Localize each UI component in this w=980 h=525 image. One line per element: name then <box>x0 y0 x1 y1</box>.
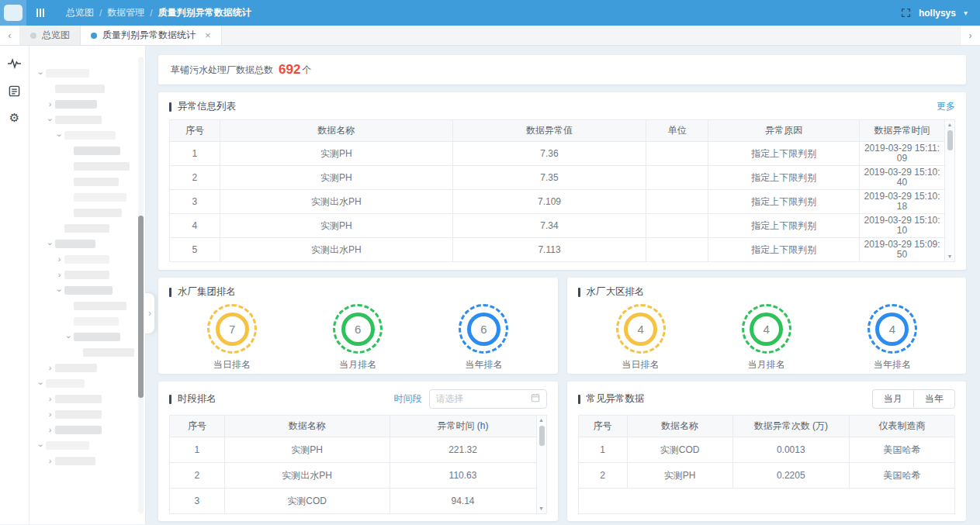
tab-scroll-left-icon[interactable]: ‹ <box>0 26 20 45</box>
tab-close-icon[interactable]: × <box>205 30 211 40</box>
table-row: 1 实测PH 221.32 <box>170 437 537 463</box>
table-header-row: 序号 数据名称 数据异常次数 (万) 仪表制造商 <box>578 416 955 437</box>
chevron-right-icon[interactable]: › <box>45 395 55 403</box>
time-range-picker[interactable]: 请选择 <box>429 389 547 409</box>
tree-node[interactable]: › <box>34 455 134 466</box>
ranking-value: 4 <box>889 323 895 336</box>
current-year-button[interactable]: 当年 <box>913 389 955 409</box>
tab-overview[interactable]: 总览图 <box>20 26 81 45</box>
sidebar-scrollbar-thumb[interactable] <box>138 216 144 398</box>
chevron-right-icon[interactable]: › <box>54 271 64 279</box>
menu-toggle-icon[interactable] <box>36 9 44 17</box>
breadcrumb-item[interactable]: 数据管理 <box>107 6 144 19</box>
chevron-down-icon[interactable]: › <box>36 378 45 389</box>
fullscreen-icon[interactable] <box>901 8 911 18</box>
section-title: 水厂大区排名 <box>587 285 645 299</box>
tree-node[interactable]: › <box>34 67 134 78</box>
tree-node[interactable]: › <box>34 331 134 342</box>
redacted-tree-label <box>83 348 134 357</box>
tree-node[interactable]: › <box>34 130 134 140</box>
tab-scroll-right-icon[interactable]: › <box>960 26 980 45</box>
redacted-tree-label <box>55 364 97 372</box>
tree-node[interactable]: › <box>34 362 134 373</box>
gear-icon[interactable]: ⚙ <box>8 111 22 125</box>
cell-data-name: 实测PH <box>220 214 452 238</box>
tree-node[interactable]: › <box>34 98 134 109</box>
current-month-button[interactable]: 当月 <box>872 389 913 409</box>
tree-node[interactable] <box>34 145 134 156</box>
tree-node[interactable] <box>34 176 134 187</box>
chevron-down-icon[interactable]: › <box>55 285 64 295</box>
tree-node[interactable]: › <box>34 238 134 249</box>
scroll-up-icon[interactable]: ▲ <box>947 122 953 128</box>
table-scrollbar-thumb[interactable] <box>947 130 953 150</box>
tree-node[interactable]: › <box>34 114 134 125</box>
scroll-up-icon[interactable]: ▲ <box>538 417 544 423</box>
cell-index: 1 <box>170 437 225 463</box>
tree-node[interactable]: › <box>34 424 134 435</box>
sidebar-tree-panel: ›››››››››››››››› › <box>29 46 146 524</box>
ranking-label: 当日排名 <box>213 358 251 371</box>
chevron-down-icon[interactable]: › <box>55 130 64 140</box>
tree-node[interactable]: › <box>34 285 134 295</box>
tree-node[interactable] <box>34 223 134 233</box>
chevron-right-icon[interactable]: › <box>45 457 55 465</box>
tree-node[interactable]: › <box>34 393 134 404</box>
chevron-right-icon[interactable]: › <box>54 255 64 264</box>
scroll-down-icon[interactable]: ▼ <box>538 506 544 512</box>
tab-bar: ‹ 总览图 质量判别异常数据统计 × › <box>0 26 980 46</box>
tree-node[interactable] <box>34 316 134 326</box>
tab-quality-abnormal-stats[interactable]: 质量判别异常数据统计 × <box>81 26 222 45</box>
tree-node[interactable]: › <box>34 254 134 264</box>
user-menu[interactable]: hollysys <box>919 8 956 19</box>
cell-index: 2 <box>170 166 220 190</box>
total-count-suffix: 个 <box>302 64 311 77</box>
chevron-down-icon[interactable]: › <box>46 115 54 125</box>
cell-manufacturer: 美国哈希 <box>850 437 955 463</box>
chevron-right-icon[interactable]: › <box>45 100 55 109</box>
sidebar-collapse-handle[interactable]: › <box>145 292 155 334</box>
more-link[interactable]: 更多 <box>937 100 955 113</box>
calendar-icon[interactable] <box>531 393 540 405</box>
cell-reason: 指定上下限判别 <box>708 166 860 190</box>
tree-node[interactable] <box>34 161 134 171</box>
redacted-tree-label <box>74 209 122 217</box>
tree-node[interactable]: › <box>34 440 134 451</box>
tree-node[interactable] <box>34 207 134 218</box>
redacted-tree-label <box>74 178 119 186</box>
redacted-tree-label <box>55 395 102 403</box>
cell-time: 2019-03-29 15:11:09 <box>860 142 945 166</box>
form-list-icon[interactable] <box>8 84 22 98</box>
cell-data-name: 实测PH <box>224 437 390 463</box>
section-title-bar <box>578 395 580 404</box>
chevron-down-icon[interactable]: › <box>36 440 45 451</box>
tree-node[interactable]: › <box>34 409 134 420</box>
monitor-pulse-icon[interactable] <box>8 57 22 71</box>
scroll-down-icon[interactable]: ▼ <box>947 254 953 260</box>
app-logo[interactable] <box>0 0 26 26</box>
cell-count: 0.2205 <box>732 463 850 489</box>
breadcrumb-current: 质量判别异常数据统计 <box>158 6 251 19</box>
breadcrumb-item[interactable]: 总览图 <box>66 6 94 19</box>
tree-node[interactable] <box>34 83 134 94</box>
chevron-right-icon[interactable]: › <box>45 426 55 434</box>
plant-tree: ›››››››››››››››› <box>29 46 145 477</box>
ranking-value: 6 <box>355 323 361 336</box>
sidebar-scrollbar[interactable] <box>138 57 144 513</box>
table-scrollbar-thumb[interactable] <box>539 426 545 446</box>
chevron-down-icon[interactable]: › <box>64 332 73 342</box>
chevron-down-icon[interactable]: ▾ <box>964 9 968 17</box>
chevron-right-icon[interactable]: › <box>45 364 55 372</box>
redacted-tree-label <box>46 379 85 388</box>
table-scrollbar[interactable]: ▲ ▼ <box>945 119 955 262</box>
chevron-right-icon[interactable]: › <box>45 410 55 419</box>
chevron-down-icon[interactable]: › <box>36 68 45 78</box>
cell-data-name: 实测COD <box>224 489 390 514</box>
tree-node[interactable]: › <box>34 378 134 389</box>
table-scrollbar[interactable]: ▲ ▼ <box>537 415 547 514</box>
tree-node[interactable]: › <box>34 269 134 280</box>
chevron-down-icon[interactable]: › <box>46 239 54 249</box>
tree-node[interactable] <box>34 192 134 202</box>
tree-node[interactable] <box>34 300 134 311</box>
tree-node[interactable] <box>34 347 134 357</box>
